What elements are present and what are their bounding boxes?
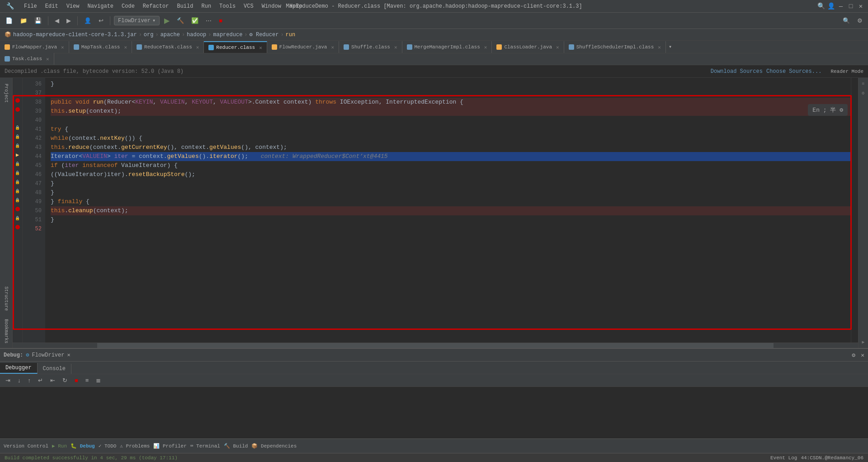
debug-variables-btn[interactable]: ≣ [93,376,104,385]
debug-frames-btn[interactable]: ≡ [83,376,92,385]
breadcrumb-jar-name[interactable]: hadoop-mapreduce-client-core-3.1.3.jar [13,32,137,38]
debug-step-out-btn[interactable]: ↑ [25,376,34,385]
profile-btn[interactable]: 👤 [81,16,94,25]
user-btn[interactable]: 👤 [827,3,835,10]
debug-stop-btn[interactable]: ■ [72,376,81,385]
open-btn[interactable]: 📁 [17,16,30,25]
search-btn[interactable]: 🔍 [817,3,825,10]
menu-navigate[interactable]: Navigate [84,2,117,10]
breadcrumb-org[interactable]: org [144,32,154,38]
breadcrumb-mapreduce[interactable]: mapreduce [213,32,243,38]
structure-tool-btn[interactable]: Structure [2,283,11,314]
tab-MapTask[interactable]: MapTask.class ✕ [69,41,132,53]
menu-vcs[interactable]: VCS [240,2,257,10]
reader-mode-btn[interactable]: Reader Mode [830,69,863,74]
terminal-btn[interactable]: ⌨ Terminal [190,443,220,449]
stop-btn[interactable]: ■ [216,16,225,25]
bookmarks-tool-btn[interactable]: Bookmarks [2,315,11,347]
tab-close-Task[interactable]: ✕ [46,56,49,62]
breadcrumb-apache[interactable]: apache [160,32,180,38]
menu-edit[interactable]: Edit [42,2,62,10]
refactor-btn[interactable]: ↩ [96,16,106,25]
breadcrumb-reducer[interactable]: ⚙ Reducer [250,31,279,38]
debug-tab-debugger[interactable]: Debugger [0,363,38,374]
breadcrumb-hadoop[interactable]: hadoop [187,32,206,38]
code-text-area[interactable]: } public void run(Reducer<KEYIN, VALUEIN… [45,78,851,343]
gutter-38[interactable] [13,96,22,105]
search-everywhere-btn[interactable]: 🔍 [840,16,853,25]
back-btn[interactable]: ◀ [52,16,62,25]
tab-Task[interactable]: Task.class ✕ [0,53,54,65]
debug-btn-bottom[interactable]: 🐛 Debug [71,443,95,449]
close-btn[interactable]: ✕ [857,3,864,10]
run-btn-bottom[interactable]: ▶ Run [52,443,67,449]
event-log-btn[interactable]: Event Log [770,455,797,461]
tabs-more-btn[interactable]: ▾ [666,43,675,50]
debug-close-session-btn[interactable]: ✕ [67,352,70,358]
tab-close-MapTask[interactable]: ✕ [124,44,127,50]
tab-FlowMapper[interactable]: FlowMapper.java ✕ [0,41,69,53]
project-tool-btn[interactable]: Project [2,80,11,107]
debug-step-into-btn[interactable]: ↓ [15,376,24,385]
save-btn[interactable]: 💾 [32,16,44,25]
tab-close-ShuffleSchedulerImpl[interactable]: ✕ [658,44,661,50]
build-btn[interactable]: 🔨 [174,16,187,25]
tab-close-ClassLoader[interactable]: ✕ [556,44,559,50]
todo-btn[interactable]: ✓ TODO [99,443,117,449]
menu-view[interactable]: View [63,2,83,10]
more-btn[interactable]: ⋯ [203,16,214,25]
problems-btn[interactable]: ⚠ Problems [120,443,150,449]
editor-scrollbar[interactable] [851,78,858,343]
right-icon-2[interactable]: ⚙ [859,89,868,97]
h-scrollbar[interactable] [13,343,858,348]
tab-close-MergeManagerImpl[interactable]: ✕ [484,44,487,50]
gutter-52[interactable] [13,223,22,232]
breadcrumb-run[interactable]: run [286,32,296,38]
tab-ShuffleSchedulerImpl[interactable]: ShuffleSchedulerImpl.class ✕ [564,41,666,53]
breadcrumb-jar[interactable]: 📦 [5,31,11,38]
tab-Reducer[interactable]: Reducer.class ✕ [204,41,267,53]
h-scrollbar-thumb[interactable] [97,343,774,348]
settings-btn[interactable]: ⚙ [854,16,865,25]
run-btn[interactable]: ▶ [161,15,172,26]
debug-settings-btn[interactable]: ⚙ [852,352,855,359]
version-control-btn[interactable]: Version Control [4,443,48,449]
menu-window[interactable]: Window [258,2,285,10]
coverage-btn[interactable]: ✅ [189,16,201,25]
download-sources-link[interactable]: Download Sources [711,68,763,75]
menu-refactor[interactable]: Refactor [139,2,173,10]
debug-step-over-btn[interactable]: ⇥ [3,376,13,385]
debug-evaluate-btn[interactable]: ⇤ [47,376,58,385]
gutter-39[interactable] [13,105,22,114]
debug-run-to-cursor-btn[interactable]: ↵ [35,376,46,385]
tab-ClassLoader[interactable]: ClassLoader.java ✕ [492,41,564,53]
menu-run[interactable]: Run [198,2,215,10]
tab-close-FlowMapper[interactable]: ✕ [61,44,64,50]
profiler-btn[interactable]: 📊 Profiler [153,443,186,449]
tab-Shuffle[interactable]: Shuffle.class ✕ [339,41,402,53]
minimize-btn[interactable]: — [837,3,844,10]
dependencies-btn[interactable]: 📦 Dependencies [251,443,297,449]
debug-tab-console[interactable]: Console [38,364,71,374]
choose-sources-link[interactable]: Choose Sources... [766,68,821,75]
tab-MergeManagerImpl[interactable]: MergeManagerImpl.class ✕ [402,41,492,53]
forward-btn[interactable]: ▶ [64,16,74,25]
new-file-btn[interactable]: 📄 [3,16,15,25]
menu-build[interactable]: Build [173,2,197,10]
menu-file[interactable]: File [20,2,41,10]
menu-code[interactable]: Code [118,2,138,10]
tab-close-Reducer[interactable]: ✕ [259,45,262,51]
build-btn-bottom[interactable]: 🔨 Build [224,443,248,449]
right-icon-1[interactable]: ≡ [859,80,868,88]
maximize-btn[interactable]: □ [847,3,854,10]
debug-panel-close-btn[interactable]: ✕ [861,352,864,359]
tab-FlowReducer[interactable]: FlowReducer.java ✕ [267,41,339,53]
tab-ReduceTask[interactable]: ReduceTask.class ✕ [132,41,204,53]
gutter-50[interactable] [13,205,22,214]
run-config-dropdown[interactable]: FlowDriver ▾ [114,16,160,25]
menu-tools[interactable]: Tools [216,2,239,10]
tab-close-ReduceTask[interactable]: ✕ [196,44,199,50]
debug-resume-btn[interactable]: ↻ [60,376,70,385]
tab-close-FlowReducer[interactable]: ✕ [331,44,334,50]
tab-close-Shuffle[interactable]: ✕ [394,44,397,50]
